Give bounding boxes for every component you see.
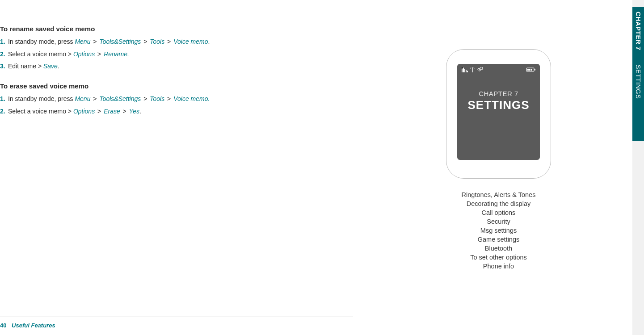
step-text: Edit name > — [8, 63, 43, 70]
svg-point-0 — [472, 67, 473, 68]
toc-item: To set other options — [470, 254, 527, 261]
menu-path-segment: Tools — [150, 38, 164, 45]
toc-item: Game settings — [478, 236, 520, 243]
battery-icon — [526, 67, 536, 72]
footer-chapter-name: Useful Features — [12, 322, 55, 329]
side-tab-label: CHAPTER 7 SETTINGS — [635, 12, 642, 99]
footer: 40 Useful Features — [0, 322, 55, 329]
page-spread: To rename saved voice memoIn standby mod… — [0, 0, 644, 335]
menu-path-segment: Voice memo. — [173, 95, 210, 102]
screen-chapter-line: CHAPTER 7 — [479, 90, 518, 97]
menu-path-segment: Tools&Settings — [99, 38, 141, 45]
chapter-toc: Ringtones, Alerts & TonesDecorating the … — [462, 191, 536, 270]
step-text: > — [141, 95, 150, 102]
step-text: Select a voice memo > — [8, 108, 73, 115]
step-item: In standby mode, press Menu > Tools&Sett… — [0, 37, 353, 50]
svg-rect-2 — [535, 69, 535, 71]
toc-item: Phone info — [483, 263, 514, 270]
step-text: In standby mode, press — [8, 38, 75, 45]
side-tab-title: SETTINGS — [635, 65, 642, 99]
step-text: > — [95, 108, 104, 115]
toc-item: Call options — [482, 209, 516, 216]
step-list: In standby mode, press Menu > Tools&Sett… — [0, 37, 353, 74]
menu-path-segment: Tools — [150, 95, 164, 102]
step-item: Select a voice memo > Options > Rename. — [0, 50, 353, 62]
footer-rule — [0, 317, 353, 317]
step-text: > — [90, 38, 99, 45]
step-text: . — [208, 38, 210, 45]
menu-path-segment: Erase — [104, 108, 120, 115]
step-text: > — [120, 108, 129, 115]
step-text: . — [139, 108, 141, 115]
side-tab-chapter: CHAPTER 7 — [635, 12, 642, 50]
svg-rect-3 — [527, 69, 529, 71]
toc-item: Msg settings — [480, 227, 517, 234]
menu-path-segment: Voice memo — [173, 38, 208, 45]
toc-item: Ringtones, Alerts & Tones — [462, 191, 536, 198]
step-item: Edit name > Save. — [0, 62, 353, 74]
toc-item: Decorating the display — [467, 200, 530, 207]
menu-path-segment: Options — [73, 50, 95, 58]
step-item: Select a voice memo > Options > Erase > … — [0, 107, 353, 119]
menu-path-segment: Menu — [75, 95, 90, 102]
menu-path-segment: Save — [43, 63, 58, 70]
step-text: > — [164, 95, 173, 102]
menu-path-segment: Rename. — [104, 50, 129, 58]
step-text: > — [164, 38, 173, 45]
phone-frame: CHAPTER 7 SETTINGS — [446, 49, 551, 179]
step-text: > — [95, 50, 104, 58]
signal-icon — [461, 67, 468, 72]
page-number: 40 — [0, 322, 6, 329]
status-bar — [457, 64, 540, 74]
phone-screen-body: CHAPTER 7 SETTINGS — [457, 74, 540, 160]
step-text: > — [90, 95, 99, 102]
svg-rect-5 — [531, 69, 532, 71]
signal-antenna-icon — [470, 67, 475, 72]
toc-item: Security — [487, 218, 510, 225]
step-text: In standby mode, press — [8, 95, 75, 102]
left-page: To rename saved voice memoIn standby mod… — [0, 0, 353, 335]
section-heading: To erase saved voice memo — [0, 82, 353, 90]
phone-screen: CHAPTER 7 SETTINGS — [457, 64, 540, 160]
menu-path-segment: Yes — [129, 108, 139, 115]
section-heading: To rename saved voice memo — [0, 25, 353, 33]
svg-rect-4 — [529, 69, 530, 71]
right-page: CHAPTER 7 SETTINGS Ringtones, Alerts & T… — [353, 0, 644, 335]
side-tab: CHAPTER 7 SETTINGS — [632, 0, 644, 335]
menu-path-segment: Menu — [75, 38, 90, 45]
toc-item: Bluetooth — [485, 245, 512, 252]
step-text: . — [58, 63, 59, 70]
screen-title: SETTINGS — [467, 98, 529, 112]
menu-path-segment: Tools&Settings — [99, 95, 141, 102]
step-text: Select a voice memo > — [8, 50, 73, 58]
step-list: In standby mode, press Menu > Tools&Sett… — [0, 94, 353, 119]
menu-path-segment: Options — [73, 108, 95, 115]
link-icon — [476, 67, 483, 72]
step-text: > — [141, 38, 150, 45]
step-item: In standby mode, press Menu > Tools&Sett… — [0, 94, 353, 107]
